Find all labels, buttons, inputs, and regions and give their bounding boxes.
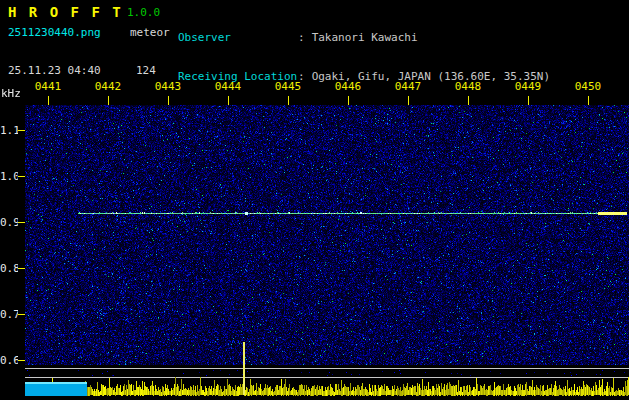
y-axis-unit: kHz: [1, 87, 21, 100]
datetime-label: 25.11.23 04:40: [8, 64, 101, 77]
x-tick-label: 0441: [33, 80, 63, 93]
y-tick-label: 1.0: [0, 170, 17, 183]
y-tick-label: 0.9: [0, 216, 17, 229]
y-tick-label: 0.7: [0, 308, 17, 321]
x-tick-label: 0443: [153, 80, 183, 93]
output-filename: 2511230440.png: [8, 26, 101, 39]
x-tick-label: 0447: [393, 80, 423, 93]
y-tick-label: 1.1: [0, 124, 17, 137]
app-title: H R O F F T: [8, 4, 123, 20]
x-tick-label: 0450: [573, 80, 603, 93]
x-tick-label: 0446: [333, 80, 363, 93]
x-tick-label: 0448: [453, 80, 483, 93]
y-tick-label: 0.8: [0, 262, 17, 275]
info-value: Takanori Kawachi: [305, 31, 418, 44]
x-tick-label: 0445: [273, 80, 303, 93]
app-version: 1.0.0: [127, 6, 160, 19]
mode-label: meteor: [130, 26, 170, 39]
x-tick-label: 0444: [213, 80, 243, 93]
info-label: Observer: [178, 31, 298, 44]
info-row-observer: Observer : Takanori Kawachi: [178, 31, 550, 44]
spectrogram-canvas: [18, 96, 629, 396]
info-colon: :: [298, 31, 305, 44]
y-tick-label: 0.6: [0, 354, 17, 367]
x-tick-label: 0449: [513, 80, 543, 93]
hrofft-window: H R O F F T 1.0.0 2511230440.png meteor …: [0, 0, 629, 400]
x-tick-label: 0442: [93, 80, 123, 93]
echo-count: 124: [136, 64, 156, 77]
